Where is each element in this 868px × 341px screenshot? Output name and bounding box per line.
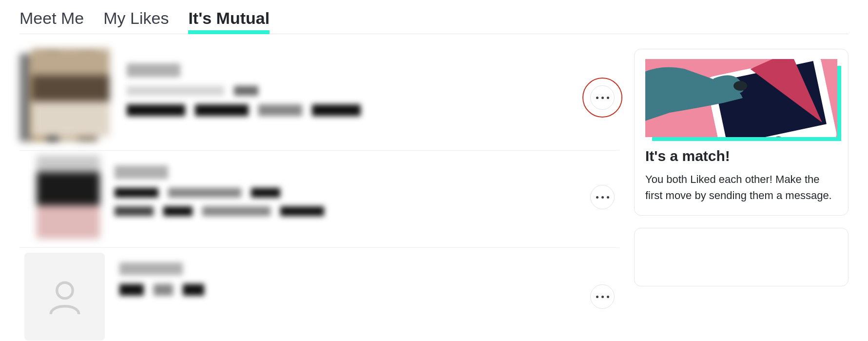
match-avatar-placeholder[interactable]: [24, 253, 105, 341]
match-meta-redacted: [127, 86, 224, 96]
match-row[interactable]: [19, 248, 619, 341]
more-horizontal-icon: [596, 296, 598, 298]
match-tag-redacted: [280, 206, 324, 216]
sidebar: It's a match! You both Liked each other!…: [634, 49, 849, 341]
match-tag-redacted: [154, 284, 173, 296]
tab-meet-me[interactable]: Meet Me: [19, 0, 84, 34]
match-tag-redacted: [258, 104, 302, 116]
match-meta-redacted: [115, 188, 158, 198]
matches-list: [19, 49, 619, 341]
match-card-title: It's a match!: [645, 148, 837, 164]
match-card-body: You both Liked each other! Make the firs…: [645, 171, 837, 203]
match-meta-redacted: [234, 86, 258, 96]
match-tag-redacted: [183, 284, 204, 296]
match-avatar-secondary: [32, 49, 110, 137]
match-tag-redacted: [195, 104, 249, 116]
match-row[interactable]: [19, 151, 619, 248]
match-meta-redacted: [168, 188, 241, 198]
match-name-redacted: [119, 262, 183, 275]
sidebar-card-empty: [634, 228, 849, 286]
tabs-nav: Meet Me My Likes It's Mutual: [19, 0, 849, 34]
match-illustration: [645, 59, 837, 137]
tab-my-likes[interactable]: My Likes: [103, 0, 169, 34]
match-name-redacted: [115, 165, 168, 179]
match-info: [119, 253, 576, 304]
tab-its-mutual[interactable]: It's Mutual: [188, 0, 270, 34]
match-row[interactable]: [19, 49, 619, 151]
hand-pointing-icon: [645, 59, 752, 137]
more-options-button[interactable]: [590, 284, 615, 309]
match-info: [127, 54, 576, 125]
person-outline-icon: [43, 275, 87, 319]
match-tag-redacted: [312, 104, 361, 116]
more-options-button[interactable]: [590, 85, 615, 110]
match-name-redacted: [127, 63, 180, 77]
match-meta-redacted: [251, 188, 280, 198]
more-options-button[interactable]: [590, 185, 615, 209]
match-avatar[interactable]: [37, 156, 100, 239]
match-tag-redacted: [127, 104, 185, 116]
match-info: [115, 156, 576, 225]
match-tag-redacted: [119, 284, 144, 296]
svg-point-0: [57, 282, 72, 298]
its-a-match-card: It's a match! You both Liked each other!…: [634, 49, 849, 216]
more-horizontal-icon: [596, 97, 598, 99]
match-tag-redacted: [202, 206, 270, 216]
more-horizontal-icon: [596, 196, 598, 199]
match-tag-redacted: [115, 206, 154, 216]
match-tag-redacted: [163, 206, 193, 216]
svg-point-1: [733, 81, 747, 91]
